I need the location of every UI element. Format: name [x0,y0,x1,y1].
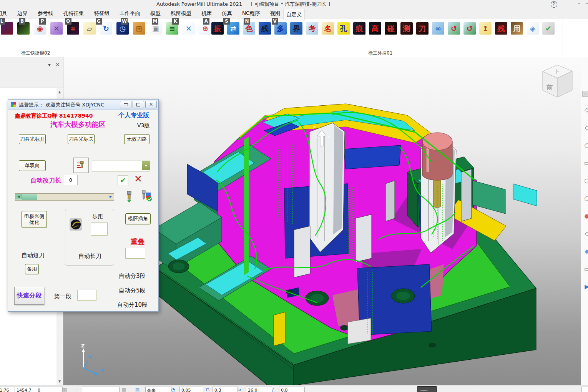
restore-button[interactable] [583,0,588,7]
menu-L[interactable]: 刀具L [0,10,7,17]
help-button[interactable]: ? [550,0,558,7]
iso-view-icon[interactable]: ◇ [582,105,588,115]
panel-close-icon[interactable]: × [55,61,60,68]
single-double-button[interactable]: 单双向 [19,160,46,171]
hole-icon[interactable]: 孔 [337,22,350,35]
menu-W[interactable]: 工作平面W [120,10,140,17]
dialog-minimize-button[interactable] [120,101,131,108]
menu-S[interactable]: 仿真S [222,10,232,17]
knife-icon[interactable]: 刀 [416,22,429,35]
dialog-close-button[interactable]: ✕ [145,101,157,108]
dialog-maximize-button[interactable] [133,101,144,108]
drill-check-icon[interactable]: ✔ [542,22,555,35]
blue-star-icon[interactable]: ✕ [183,22,195,35]
residual-icon[interactable]: 残 [259,22,271,35]
slider-left-arrow[interactable]: ◀ [15,194,22,199]
status-z-field[interactable]: 0 [36,387,63,392]
slope-icon[interactable]: ∕ [272,387,274,392]
menu-P[interactable]: 参考线P [38,10,53,17]
ruler-icon[interactable]: ▤ [135,387,140,392]
dark-red-icon[interactable]: 残 [495,22,507,35]
minimize-button[interactable]: – [575,0,583,7]
name-icon[interactable]: 名 [322,22,334,35]
menu-V[interactable]: 视图V [270,10,281,17]
preview-image-icon[interactable] [417,386,437,392]
step-input[interactable] [91,223,108,236]
front-view-icon[interactable]: ▭ [582,158,588,168]
swap-tool-icon[interactable]: ↺ [448,22,460,35]
dropdown-arrow-icon[interactable] [142,161,150,170]
diameter-field[interactable]: 26.0 [246,387,272,392]
electrode-optimize-button[interactable]: 电极光侧 优化 [22,211,47,228]
mold-corner-button[interactable]: 模胚插角 [125,213,151,224]
cancel-x-icon[interactable]: ✕ [134,173,142,184]
status-workplane-field[interactable] [82,387,120,392]
scroll-up-icon[interactable]: ▲ [56,89,63,95]
menu-B[interactable]: 边界B [17,10,28,17]
link-icon[interactable]: ◦ [75,387,78,392]
thickness-field[interactable]: 0.3 [213,387,238,392]
scroll-down-icon[interactable]: ▼ [56,379,63,385]
protractor-icon[interactable]: ◔ [171,387,175,392]
height-icon[interactable]: 高 [369,22,381,35]
auto-change-length-input[interactable] [64,175,78,185]
globe-tool-icon[interactable] [70,218,82,231]
workplane-icon[interactable]: ▱ [83,22,96,35]
overlap-input[interactable] [125,248,145,259]
trace-icon[interactable]: 痕 [353,22,365,35]
plain-view-icon[interactable]: ▭ [582,264,588,274]
block-view-icon[interactable]: ◆ [582,247,588,256]
calculator-icon[interactable]: ▦ [63,387,67,392]
status-x-field[interactable]: 1.76 [0,387,16,392]
clamp-icon[interactable]: ⊓ [206,387,209,392]
auto-seg5-label[interactable]: 自动分5段 [119,287,146,294]
tool-download-icon[interactable] [125,191,134,203]
menu-G[interactable]: 特征组G [94,10,110,17]
measure-icon[interactable]: 测 [400,22,413,35]
auto-seg3-label[interactable]: 自动分3段 [119,272,146,280]
stepover-field[interactable]: 0.8 [279,387,305,392]
delete-feature-icon[interactable]: ✕ [50,22,63,35]
backup-button[interactable]: 备用 [25,264,39,274]
menu-O[interactable]: 孔特征集O [63,10,84,17]
control-pad-icon[interactable]: ⊞ [133,22,145,35]
shaded-view-icon[interactable]: ● [582,211,588,221]
length-slider[interactable]: ◀ ▶ [15,193,114,201]
view-cube[interactable]: 上 前 [539,63,576,103]
tool-icon-button[interactable] [73,158,89,173]
unit-dropdown[interactable]: 毫米 [145,387,171,392]
invalid-toolpath-button[interactable]: 无效刀路 [124,134,149,144]
frame-icon[interactable]: 用 [511,22,523,35]
shake-icon[interactable]: 振 [211,22,224,35]
quick-segment-button[interactable]: 快速分段 [14,287,44,305]
diameter-icon[interactable]: ⌀ [238,387,241,392]
dumbbell-icon[interactable]: ∞ [432,22,444,35]
boundary-cn-icon[interactable]: 界 [290,22,302,35]
swap-tool2-icon[interactable]: ↺ [463,22,476,35]
reference-icon[interactable]: 考 [306,22,318,35]
lift-icon[interactable]: ↥ [479,22,492,35]
tolerance-field[interactable]: 0.05 [179,387,203,392]
tab-customize[interactable]: 自定义 [283,9,305,20]
slider-right-arrow[interactable]: ▶ [108,194,114,199]
dock-button-icon[interactable]: ▢ [582,91,588,97]
first-segment-input[interactable] [77,290,96,301]
top-view-icon[interactable]: ○ [582,141,588,150]
titlebar[interactable]: Autodesk PowerMill Ultimate 2021 [ 可编辑项目… [0,0,588,8]
status-y-field[interactable]: 1454.7 [15,387,37,392]
menu-A[interactable]: 机床A [201,10,212,17]
drill-flag-icon[interactable] [141,190,152,202]
slider-thumb[interactable] [22,194,37,200]
iso-view2-icon[interactable]: ◇ [582,123,588,132]
left-view-icon[interactable]: ○ [582,176,588,185]
tool-cursor-on-button[interactable]: 刀具光标开 [19,134,46,144]
tool-cursor-off-button[interactable]: 刀具光标关 [68,134,95,144]
menu-M[interactable]: 模型M [150,10,161,17]
panel-collapse-icon[interactable]: ▼ [48,63,51,67]
diamond-icon[interactable]: ◈ [527,22,539,35]
menu-N[interactable]: NC程序N [242,10,260,17]
confirm-check-icon[interactable]: ✔ [118,175,128,186]
play-view-icon[interactable]: ▶ [582,282,588,291]
auto-seg10-label[interactable]: 自动分10段 [117,301,148,309]
dialog-titlebar[interactable]: 温馨提示： 欢迎关注抖音号 XDJYCNC ✕ [8,100,158,110]
